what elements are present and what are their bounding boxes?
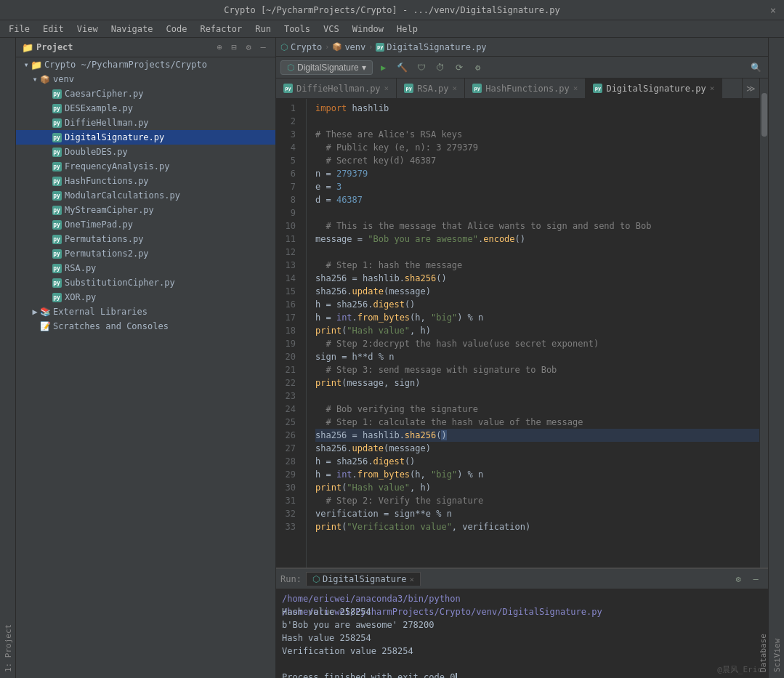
line-num-20: 20 — [276, 350, 300, 363]
editor-tab-bar: py DiffieHellman.py × py RSA.py × py Has… — [276, 78, 759, 99]
line-num-11: 11 — [276, 233, 300, 246]
tree-file-4[interactable]: py DoubleDES.py — [16, 145, 275, 159]
tab-label-diffie: DiffieHellman.py — [296, 84, 381, 94]
update-button[interactable]: ⟳ — [451, 60, 467, 76]
tree-file-14[interactable]: py XOR.py — [16, 290, 275, 304]
code-line-16: h = sha256.digest() — [315, 298, 759, 311]
breadcrumb-sep-1: › — [325, 43, 329, 51]
tree-ext-libs[interactable]: ▶ 📚 External Libraries — [16, 304, 275, 319]
tree-scratches-label: Scratches and Consoles — [53, 321, 169, 331]
code-line-19: # Step 2:decrypt the hash value(use secr… — [315, 337, 759, 350]
line-num-19: 19 — [276, 337, 300, 350]
code-editor[interactable]: 1 2 3 4 5 6 7 8 9 10 11 12 13 — [276, 99, 759, 568]
close-button[interactable]: × — [768, 5, 778, 15]
minimize-panel-button[interactable]: — — [256, 41, 270, 54]
tree-file-9[interactable]: py OneTimePad.py — [16, 217, 275, 232]
run-panel-settings-button[interactable]: ⚙ — [730, 571, 746, 587]
code-line-22: print(message, sign) — [315, 376, 759, 390]
menu-tools[interactable]: Tools — [278, 23, 316, 36]
run-tab-close[interactable]: × — [410, 575, 415, 584]
tree-file-label-6: HashFunctions.py — [65, 176, 149, 186]
ext-libs-icon: 📚 — [39, 306, 51, 318]
tree-root[interactable]: ▾ 📁 Crypto ~/PycharmProjects/Crypto — [16, 57, 275, 72]
output-line-5 — [282, 658, 762, 671]
sciview-tool-label[interactable]: SciView — [770, 38, 784, 678]
breadcrumb-crypto-label: Crypto — [291, 42, 322, 52]
breadcrumb-venv[interactable]: 📦 venv — [332, 42, 365, 52]
tab-label-hash: HashFunctions.py — [485, 84, 570, 94]
code-line-10: # This is the message that Alice wants t… — [315, 219, 759, 233]
run-tab-digital[interactable]: ⬡ DigitalSignature × — [306, 572, 421, 586]
run-config-button[interactable]: ⬡ DigitalSignature ▾ — [280, 60, 373, 75]
tree-file-label-7: ModularCalculations.py — [65, 190, 180, 201]
menu-help[interactable]: Help — [391, 23, 424, 36]
build-button[interactable]: 🔨 — [395, 60, 411, 76]
py-icon-2: py — [51, 117, 62, 129]
tree-file-12[interactable]: py RSA.py — [16, 261, 275, 275]
tab-rsa[interactable]: py RSA.py × — [397, 78, 465, 98]
database-tool-label[interactable]: Database — [756, 38, 770, 678]
right-tool-strip: SciView Database — [768, 38, 784, 678]
tree-file-1[interactable]: py DESExample.py — [16, 101, 275, 116]
tree-file-2[interactable]: py DiffieHellman.py — [16, 116, 275, 130]
code-line-21: # Step 3: send message with signature to… — [315, 363, 759, 376]
menu-window[interactable]: Window — [347, 23, 389, 36]
run-tab-icon: ⬡ — [312, 574, 320, 584]
menu-view[interactable]: View — [71, 23, 104, 36]
tab-digital[interactable]: py DigitalSignature.py × — [586, 78, 722, 98]
menu-edit[interactable]: Edit — [37, 23, 70, 36]
settings-run-button[interactable]: ⚙ — [470, 60, 486, 76]
breadcrumb-sep-2: › — [368, 43, 373, 51]
line-numbers: 1 2 3 4 5 6 7 8 9 10 11 12 13 — [276, 99, 307, 568]
tab-close-rsa[interactable]: × — [453, 84, 458, 93]
tree-file-0[interactable]: py CaesarCipher.py — [16, 86, 275, 101]
run-config-icon: ⬡ — [287, 62, 294, 73]
menu-vcs[interactable]: VCS — [318, 23, 345, 36]
add-content-button[interactable]: ⊕ — [213, 41, 226, 54]
collapse-button[interactable]: ⊟ — [227, 41, 241, 54]
tree-file-5[interactable]: py FrequencyAnalysis.py — [16, 159, 275, 174]
tab-close-digital[interactable]: × — [710, 84, 715, 93]
code-line-18: print("Hash value", h) — [315, 324, 759, 337]
tree-file-13[interactable]: py SubstitutionCipher.py — [16, 275, 275, 290]
tab-diffie[interactable]: py DiffieHellman.py × — [276, 78, 397, 98]
tree-file-7[interactable]: py ModularCalculations.py — [16, 188, 275, 203]
run-config-label: DigitalSignature — [297, 62, 359, 73]
tree-file-11[interactable]: py Permutations2.py — [16, 246, 275, 261]
tab-close-diffie[interactable]: × — [384, 84, 389, 93]
project-tool-label[interactable]: 1: Project — [1, 38, 15, 678]
code-line-28: h = sha256.digest() — [315, 455, 759, 468]
code-text[interactable]: import hashlib # These are Alice's RSA k… — [307, 99, 759, 568]
tree-scratches[interactable]: 📝 Scratches and Consoles — [16, 319, 275, 334]
line-num-16: 16 — [276, 298, 300, 311]
code-line-30: print("Hash value", h) — [315, 481, 759, 494]
menu-refactor[interactable]: Refactor — [194, 23, 248, 36]
tree-file-label-0: CaesarCipher.py — [65, 89, 143, 99]
line-num-4: 4 — [276, 141, 300, 154]
settings-button[interactable]: ⚙ — [242, 41, 255, 54]
tree-file-10[interactable]: py Permutations.py — [16, 232, 275, 246]
coverage-button[interactable]: 🛡 — [413, 60, 429, 76]
menu-code[interactable]: Code — [161, 23, 193, 36]
line-num-23: 23 — [276, 390, 300, 403]
menu-file[interactable]: File — [3, 23, 36, 36]
output-line-4: Verification value 258254 — [282, 645, 762, 658]
breadcrumb-root-icon: ⬡ — [280, 42, 288, 52]
tree-venv[interactable]: ▾ 📦 venv — [16, 72, 275, 86]
menu-navigate[interactable]: Navigate — [105, 23, 159, 36]
breadcrumb-crypto[interactable]: Crypto — [291, 42, 322, 52]
tab-hash[interactable]: py HashFunctions.py × — [465, 78, 586, 98]
menu-run[interactable]: Run — [249, 23, 277, 36]
tree-file-8[interactable]: py MyStreamCipher.py — [16, 203, 275, 217]
tree-file-6[interactable]: py HashFunctions.py — [16, 174, 275, 188]
py-icon-0: py — [51, 88, 62, 100]
profile-button[interactable]: ⏱ — [432, 60, 448, 76]
output-line-0: /home/ericwei/anaconda3/bin/python /home… — [282, 592, 762, 605]
run-button[interactable]: ▶ — [376, 60, 392, 76]
tab-close-hash[interactable]: × — [573, 84, 578, 93]
tree-file-3[interactable]: py DigitalSignature.py — [16, 130, 275, 145]
left-tool-strip: 1: Project — [0, 38, 16, 678]
breadcrumb-file[interactable]: py DigitalSignature.py — [376, 42, 486, 52]
py-icon-9: py — [51, 219, 62, 230]
py-icon-4: py — [51, 146, 62, 158]
